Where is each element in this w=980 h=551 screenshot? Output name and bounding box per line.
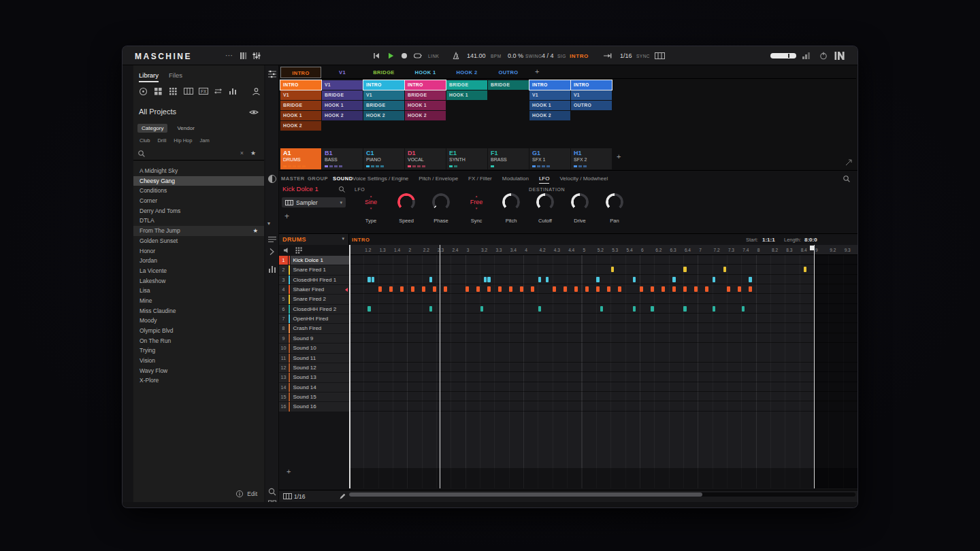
user-content-icon[interactable] xyxy=(252,87,261,96)
link-button[interactable]: LINK xyxy=(428,54,439,59)
scrollbar-thumb[interactable] xyxy=(349,492,702,497)
pattern-cell[interactable]: HOOK 2 xyxy=(363,111,404,120)
group-tile-c1[interactable]: C1PIANO xyxy=(363,148,404,169)
project-item[interactable]: Corner xyxy=(133,196,264,206)
sidebar-tab-library[interactable]: Library xyxy=(139,71,159,82)
sound-row[interactable]: 7OpenHH Fired xyxy=(279,314,349,323)
note[interactable] xyxy=(546,277,549,282)
sound-search-icon[interactable] xyxy=(338,186,346,193)
sidebar-tab-files[interactable]: Files xyxy=(169,71,182,79)
projects-icon[interactable] xyxy=(139,87,148,96)
pattern-start-value[interactable]: 1:1:1 xyxy=(762,237,775,243)
note[interactable] xyxy=(651,286,653,292)
plugin-tab-modulation[interactable]: Modulation xyxy=(502,176,529,184)
plugin-tab-pitch-envelope[interactable]: Pitch / Envelope xyxy=(419,176,458,184)
pattern-cell[interactable]: INTRO xyxy=(280,80,321,90)
note[interactable] xyxy=(564,286,566,292)
add-plugin-button[interactable]: + xyxy=(284,212,289,221)
sound-row[interactable]: 10Sound 10 xyxy=(279,344,349,352)
quantize-value[interactable]: 1/16 xyxy=(620,52,632,59)
project-item[interactable]: Trying xyxy=(133,346,264,356)
knob-drive[interactable] xyxy=(571,193,589,211)
zoom-icon[interactable] xyxy=(267,487,277,497)
note[interactable] xyxy=(444,286,446,292)
pattern-cell[interactable]: INTRO xyxy=(363,80,404,90)
project-item[interactable]: On The Run xyxy=(133,336,264,346)
pattern-cell[interactable]: HOOK 2 xyxy=(529,111,570,120)
levels-icon[interactable] xyxy=(267,264,277,273)
note[interactable] xyxy=(400,286,403,292)
favorites-filter-icon[interactable]: ★ xyxy=(250,150,256,156)
pattern-cell[interactable]: BRIDGE xyxy=(446,80,487,90)
note[interactable] xyxy=(742,306,745,312)
knob-speed[interactable] xyxy=(397,193,415,211)
plugin-selector[interactable]: Sampler ▾ xyxy=(282,197,346,207)
project-item[interactable]: DTLA xyxy=(133,216,264,226)
sound-row[interactable]: 4Shaker Fired xyxy=(279,285,349,294)
favorite-star-icon[interactable]: ★ xyxy=(252,226,258,236)
plugin-tab-voice-settings-engine[interactable]: Voice Settings / Engine xyxy=(353,176,408,184)
group-tile-h1[interactable]: H1SFX 2 xyxy=(571,148,612,169)
channel-tab-sound[interactable]: SOUND xyxy=(333,176,353,182)
note[interactable] xyxy=(480,306,483,312)
note[interactable] xyxy=(422,286,425,292)
pencil-icon[interactable] xyxy=(339,492,346,500)
project-item[interactable]: Vision xyxy=(133,356,264,366)
header-menu-icon[interactable]: ⋯ xyxy=(225,51,233,60)
note[interactable] xyxy=(466,286,468,292)
current-section-display[interactable]: INTRO xyxy=(570,53,589,59)
loops-icon[interactable] xyxy=(214,87,223,95)
project-item[interactable]: Olympic Blvd xyxy=(133,326,264,336)
sound-row[interactable]: 9Sound 9 xyxy=(279,334,349,343)
note[interactable] xyxy=(683,286,686,292)
sound-row[interactable]: 16Sound 16 xyxy=(279,402,349,411)
note[interactable] xyxy=(633,277,636,282)
channel-tab-master[interactable]: MASTER xyxy=(281,176,305,182)
sounds-icon[interactable] xyxy=(169,87,178,96)
plugin-tab-lfo[interactable]: LFO xyxy=(539,176,550,184)
pattern-cell[interactable]: OUTRO xyxy=(571,101,612,110)
note[interactable] xyxy=(611,267,614,272)
pattern-cell[interactable]: BRIDGE xyxy=(280,101,321,110)
project-item[interactable]: X-Plore xyxy=(133,375,264,386)
stepper-up-icon[interactable]: ▴ xyxy=(355,195,387,198)
tag-club[interactable]: Club xyxy=(140,137,150,144)
pattern-cell[interactable]: HOOK 2 xyxy=(322,111,363,120)
note[interactable] xyxy=(618,286,621,292)
note[interactable] xyxy=(662,286,664,292)
stepper-up-icon[interactable]: ▴ xyxy=(461,195,492,198)
follow-playhead-icon[interactable] xyxy=(603,52,612,60)
note[interactable] xyxy=(694,286,697,292)
note[interactable] xyxy=(672,277,675,282)
pattern-cell[interactable]: BRIDGE xyxy=(405,90,446,100)
note[interactable] xyxy=(498,286,501,292)
pattern-cell[interactable]: HOOK 1 xyxy=(529,101,570,110)
note[interactable] xyxy=(487,286,490,292)
note[interactable] xyxy=(487,277,490,282)
section-tab-bridge[interactable]: BRIDGE xyxy=(363,67,404,78)
group-tile-a1[interactable]: A1DRUMS xyxy=(280,148,321,169)
tag-drill[interactable]: Drill xyxy=(157,137,166,144)
note[interactable] xyxy=(804,267,806,272)
oneshots-icon[interactable] xyxy=(229,87,237,95)
note[interactable] xyxy=(368,277,370,282)
editor-group-selector[interactable]: DRUMS ▾ xyxy=(279,234,349,245)
horizontal-scrollbar[interactable] xyxy=(349,492,855,497)
instruments-icon[interactable] xyxy=(184,87,193,95)
section-tab-intro[interactable]: INTRO xyxy=(280,67,321,78)
section-tab-hook-1[interactable]: HOOK 1 xyxy=(405,67,446,78)
pattern-cell[interactable]: V1 xyxy=(363,90,404,100)
loop-icon[interactable] xyxy=(413,52,423,60)
master-volume-meter[interactable] xyxy=(770,53,796,59)
scene-corner-icon[interactable] xyxy=(845,159,852,166)
note[interactable] xyxy=(429,277,432,282)
search-input[interactable] xyxy=(148,149,230,156)
note[interactable] xyxy=(553,286,555,292)
knob-pitch[interactable] xyxy=(502,193,520,211)
info-icon[interactable] xyxy=(235,490,244,498)
note[interactable] xyxy=(640,286,642,292)
pattern-cell[interactable]: HOOK 1 xyxy=(280,111,321,120)
note[interactable] xyxy=(749,286,751,292)
note[interactable] xyxy=(509,286,512,292)
section-tab-outro[interactable]: OUTRO xyxy=(488,67,529,78)
